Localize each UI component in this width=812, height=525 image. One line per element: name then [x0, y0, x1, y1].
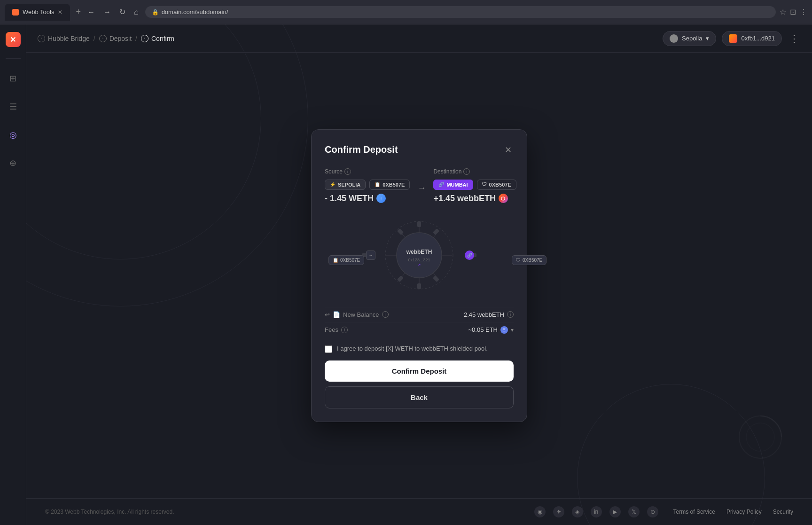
- forward-button[interactable]: →: [101, 6, 114, 18]
- url-text: domain.com/subdomain/: [162, 8, 228, 16]
- network-dropdown-icon: ▾: [706, 35, 709, 42]
- footer-copyright: © 2023 Webb Technologies, Inc. All right…: [45, 509, 174, 515]
- new-balance-doc-icon: 📄: [333, 311, 340, 318]
- social-icon-discord[interactable]: ◈: [572, 506, 583, 517]
- breadcrumb-dot-confirm: ◦: [141, 35, 148, 42]
- source-amount: - 1.45 WETH ↑: [325, 194, 410, 204]
- sidebar-item-list[interactable]: ☰: [5, 98, 22, 115]
- footer-links: Terms of Service Privacy Policy Security: [673, 509, 793, 515]
- star-icon[interactable]: ☆: [780, 8, 786, 16]
- source-address-badge: 📋 0XB507E: [369, 180, 410, 190]
- page-center: Confirm Deposit ✕ Source i ⚡: [26, 53, 812, 498]
- network-selector[interactable]: Sepolia ▾: [663, 31, 716, 46]
- source-info-icon[interactable]: i: [344, 168, 351, 175]
- network-visualization: webbETH 0x123...321 ↗ 📋 0XB507E →: [325, 213, 514, 298]
- fees-label: Fees i: [325, 326, 348, 333]
- social-icon-youtube[interactable]: ▶: [609, 506, 621, 517]
- destination-amount: +1.45 webbETH ⬡: [433, 194, 516, 204]
- header-right: Sepolia ▾ 0xfb1...d921 ⋮: [663, 31, 801, 46]
- breadcrumb-dot-deposit: ◦: [99, 35, 107, 42]
- social-icon-website[interactable]: ◉: [534, 506, 546, 517]
- tab-title: Webb Tools: [23, 8, 54, 16]
- webb-eth-icon: ⬡: [499, 194, 508, 203]
- viz-left-address: 0XB507E: [340, 258, 360, 263]
- breadcrumb-label-deposit: Deposit: [109, 35, 132, 42]
- viz-left-node-icon: 📋: [333, 258, 338, 263]
- confirm-deposit-modal: Confirm Deposit ✕ Source i ⚡: [311, 129, 527, 422]
- app-layout: ✕ ⊞ ☰ ◎ ⊕ ◦ Hubble Bridge / ◦ Deposit: [0, 24, 812, 525]
- breadcrumb-hubble-bridge[interactable]: ◦ Hubble Bridge: [38, 35, 90, 42]
- sidebar: ✕ ⊞ ☰ ◎ ⊕: [0, 24, 26, 525]
- source-label: Source i: [325, 168, 410, 175]
- address-bar[interactable]: 🔒 domain.com/subdomain/: [145, 6, 776, 18]
- sidebar-item-apps[interactable]: ⊕: [5, 155, 22, 172]
- viz-right-connector: 🔗: [465, 251, 474, 260]
- modal-close-button[interactable]: ✕: [503, 143, 514, 157]
- destination-address: 0XB507E: [489, 182, 511, 188]
- more-options-button[interactable]: ⋮: [788, 31, 801, 46]
- fees-info-icon[interactable]: i: [341, 327, 348, 333]
- terms-link[interactable]: Terms of Service: [673, 509, 715, 515]
- destination-chain-badges: 🔗 MUMBAI 🛡 0XB507E: [433, 180, 516, 190]
- breadcrumb-sep-1: /: [94, 35, 95, 42]
- svg-text:0x123...321: 0x123...321: [408, 258, 430, 262]
- eth-icon: Ξ: [500, 326, 508, 334]
- sidebar-separator: [6, 58, 21, 59]
- new-balance-arrow-icon: ↩: [325, 311, 330, 318]
- back-button[interactable]: ←: [85, 6, 98, 18]
- breadcrumb-deposit[interactable]: ◦ Deposit: [99, 35, 132, 42]
- fees-row: Fees i ~0.05 ETH Ξ ▾: [325, 322, 514, 337]
- new-tab-button[interactable]: +: [76, 7, 81, 17]
- svg-rect-14: [397, 228, 404, 235]
- back-button[interactable]: Back: [325, 386, 514, 408]
- social-icon-twitter[interactable]: 𝕏: [628, 506, 640, 517]
- svg-rect-16: [397, 275, 404, 282]
- viz-left-connector: →: [366, 251, 375, 260]
- destination-chain-badge: 🔗 MUMBAI: [433, 180, 473, 190]
- browser-tab[interactable]: Webb Tools ✕: [5, 4, 70, 21]
- network-icon: [670, 34, 678, 43]
- fees-dropdown-icon[interactable]: ▾: [511, 327, 514, 333]
- svg-point-22: [746, 423, 774, 451]
- home-button[interactable]: ⌂: [131, 6, 141, 18]
- svg-rect-11: [417, 283, 421, 289]
- destination-label: Destination i: [433, 168, 516, 175]
- new-balance-info-icon[interactable]: i: [382, 311, 389, 318]
- refresh-button[interactable]: ↻: [117, 6, 128, 18]
- wallet-icon: [729, 34, 737, 43]
- tab-favicon: [12, 9, 19, 16]
- viz-right-address: 0XB507E: [523, 258, 542, 263]
- agreement-row: I agree to deposit [X] WETH to webbETH s…: [325, 345, 514, 353]
- sidebar-item-grid[interactable]: ⊞: [5, 70, 22, 87]
- new-balance-value-info-icon[interactable]: i: [507, 311, 514, 318]
- menu-icon[interactable]: ⋮: [800, 8, 807, 16]
- network-label: Sepolia: [682, 35, 702, 42]
- social-icon-github[interactable]: ⊙: [647, 506, 658, 517]
- app-footer: © 2023 Webb Technologies, Inc. All right…: [26, 498, 812, 525]
- agreement-checkbox[interactable]: [325, 345, 332, 353]
- wallet-selector[interactable]: 0xfb1...d921: [722, 31, 782, 46]
- tab-close-button[interactable]: ✕: [58, 9, 62, 16]
- svg-rect-10: [417, 221, 421, 227]
- social-icons: ◉ ✈ ◈ in ▶ 𝕏 ⊙: [534, 506, 658, 517]
- security-link[interactable]: Security: [773, 509, 793, 515]
- source-chain-badges: ⚡ SEPOLIA 📋 0XB507E: [325, 180, 410, 190]
- confirm-deposit-button[interactable]: Confirm Deposit: [325, 360, 514, 382]
- sidebar-logo[interactable]: ✕: [6, 32, 21, 47]
- svg-text:↗: ↗: [417, 263, 421, 267]
- weth-icon: ↑: [376, 194, 386, 203]
- svg-point-9: [397, 233, 442, 278]
- destination-side: Destination i 🔗 MUMBAI 🛡 0XB507E: [433, 168, 516, 204]
- nav-controls: ← → ↻ ⌂: [85, 6, 141, 18]
- new-balance-label: ↩ 📄 New Balance i: [325, 311, 389, 318]
- browser-chrome: Webb Tools ✕ + ← → ↻ ⌂ 🔒 domain.com/subd…: [0, 0, 812, 24]
- extension-icon[interactable]: ⊡: [790, 8, 796, 16]
- social-icon-telegram[interactable]: ✈: [553, 506, 564, 517]
- sidebar-item-bridge[interactable]: ◎: [5, 126, 22, 143]
- destination-info-icon[interactable]: i: [463, 168, 470, 175]
- social-icon-linkedin[interactable]: in: [591, 506, 602, 517]
- breadcrumb-confirm[interactable]: ◦ Confirm: [141, 35, 174, 42]
- privacy-link[interactable]: Privacy Policy: [726, 509, 762, 515]
- source-chain-name: SEPOLIA: [338, 182, 360, 188]
- transfer-arrow: →: [417, 183, 426, 193]
